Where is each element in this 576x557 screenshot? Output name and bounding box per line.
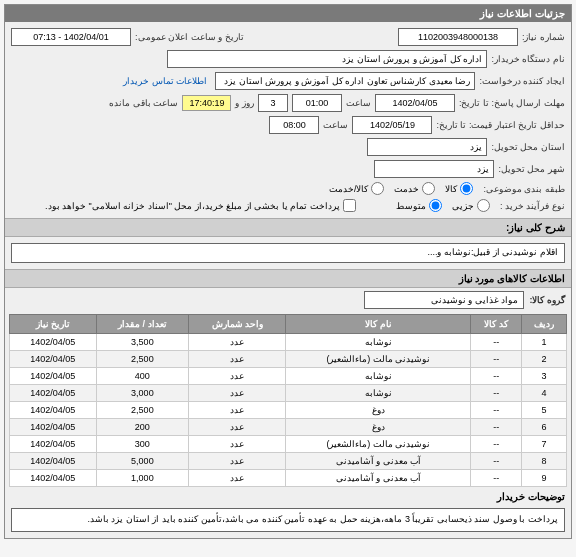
table-row: 1--نوشابهعدد3,5001402/04/05 <box>10 334 567 351</box>
opt-jozi: جزیی <box>452 201 474 211</box>
col-header: کد کالا <box>471 315 522 334</box>
table-cell: 2,500 <box>96 351 188 368</box>
table-row: 8--آب معدنی و آشامیدنیعدد5,0001402/04/05 <box>10 453 567 470</box>
col-header: نام کالا <box>286 315 471 334</box>
table-cell: عدد <box>189 436 286 453</box>
col-header: تاریخ نیاز <box>10 315 97 334</box>
table-cell: 2 <box>522 351 567 368</box>
table-cell: 1402/04/05 <box>10 419 97 436</box>
table-cell: نوشابه <box>286 385 471 402</box>
table-cell: عدد <box>189 453 286 470</box>
deadline-label: مهلت ارسال پاسخ: تا تاریخ: <box>459 98 565 108</box>
radio-both[interactable] <box>371 182 384 195</box>
radio-jozi[interactable] <box>477 199 490 212</box>
table-cell: -- <box>471 402 522 419</box>
radio-khadamat[interactable] <box>422 182 435 195</box>
opt-kala: کالا <box>445 184 457 194</box>
table-cell: 200 <box>96 419 188 436</box>
table-cell: 8 <box>522 453 567 470</box>
deadline-time-input[interactable] <box>292 94 342 112</box>
need-no-label: شماره نیاز: <box>522 32 565 42</box>
table-cell: آب معدنی و آشامیدنی <box>286 453 471 470</box>
need-no-input[interactable] <box>398 28 518 46</box>
table-cell: -- <box>471 334 522 351</box>
table-cell: 6 <box>522 419 567 436</box>
table-cell: 3,000 <box>96 385 188 402</box>
table-cell: عدد <box>189 385 286 402</box>
table-cell: عدد <box>189 419 286 436</box>
loc-input[interactable] <box>367 138 487 156</box>
table-cell: 1402/04/05 <box>10 470 97 487</box>
table-cell: -- <box>471 351 522 368</box>
table-row: 9--آب معدنی و آشامیدنیعدد1,0001402/04/05 <box>10 470 567 487</box>
table-row: 3--نوشابهعدد4001402/04/05 <box>10 368 567 385</box>
deadline-date-input[interactable] <box>375 94 455 112</box>
creator-label: ایجاد کننده درخواست: <box>479 76 565 86</box>
contact-link[interactable]: اطلاعات تماس خریدار <box>119 76 211 86</box>
table-cell: 5 <box>522 402 567 419</box>
table-cell: نوشیدنی مالت (ماءالشعیر) <box>286 436 471 453</box>
table-cell: 1402/04/05 <box>10 402 97 419</box>
days-left-input[interactable] <box>258 94 288 112</box>
group-label: گروه کالا: <box>530 295 566 305</box>
table-cell: 1402/04/05 <box>10 385 97 402</box>
table-cell: عدد <box>189 368 286 385</box>
table-cell: -- <box>471 368 522 385</box>
treasury-checkbox[interactable] <box>343 199 356 212</box>
opt-both: کالا/خدمت <box>329 184 369 194</box>
min-valid-time-input[interactable] <box>269 116 319 134</box>
table-cell: -- <box>471 385 522 402</box>
panel-title: جزئیات اطلاعات نیاز <box>5 5 571 22</box>
desc-title: شرح کلی نیاز: <box>5 218 571 237</box>
announce-label: تاریخ و ساعت اعلان عمومی: <box>135 32 244 42</box>
table-cell: 2,500 <box>96 402 188 419</box>
radio-kala[interactable] <box>460 182 473 195</box>
desc-box: اقلام نوشیدنی از قبیل:نوشابه و.... <box>11 243 565 263</box>
table-cell: 1402/04/05 <box>10 334 97 351</box>
items-table: ردیفکد کالانام کالاواحد شمارشتعداد / مقد… <box>9 314 567 487</box>
table-cell: نوشابه <box>286 334 471 351</box>
table-cell: -- <box>471 436 522 453</box>
table-cell: 9 <box>522 470 567 487</box>
table-cell: 1,000 <box>96 470 188 487</box>
table-row: 7--نوشیدنی مالت (ماءالشعیر)عدد3001402/04… <box>10 436 567 453</box>
table-cell: 7 <box>522 436 567 453</box>
table-cell: عدد <box>189 334 286 351</box>
class-label: طبقه بندی موضوعی: <box>483 184 565 194</box>
table-cell: آب معدنی و آشامیدنی <box>286 470 471 487</box>
radio-motavaset[interactable] <box>429 199 442 212</box>
col-header: واحد شمارش <box>189 315 286 334</box>
min-valid-date-input[interactable] <box>352 116 432 134</box>
table-cell: دوغ <box>286 402 471 419</box>
group-input[interactable] <box>364 291 524 309</box>
table-cell: 4 <box>522 385 567 402</box>
table-cell: 3,500 <box>96 334 188 351</box>
table-cell: 1402/04/05 <box>10 368 97 385</box>
creator-input[interactable] <box>215 72 475 90</box>
table-cell: 1402/04/05 <box>10 436 97 453</box>
saat-label-2: ساعت <box>323 120 348 130</box>
info-title: اطلاعات کالاهای مورد نیاز <box>5 269 571 288</box>
table-cell: 400 <box>96 368 188 385</box>
note-title: توضیحات خریدار <box>5 487 571 504</box>
table-cell: دوغ <box>286 419 471 436</box>
buyer-label: نام دستگاه خریدار: <box>491 54 565 64</box>
buy-type-label: نوع فرآیند خرید : <box>500 201 565 211</box>
table-cell: -- <box>471 470 522 487</box>
table-row: 5--دوغعدد2,5001402/04/05 <box>10 402 567 419</box>
table-row: 6--دوغعدد2001402/04/05 <box>10 419 567 436</box>
saat-label-1: ساعت <box>346 98 371 108</box>
min-valid-label: حداقل تاریخ اعتبار قیمت: تا تاریخ: <box>436 120 565 130</box>
table-cell: 5,000 <box>96 453 188 470</box>
city-label: شهر محل تحویل: <box>498 164 565 174</box>
table-cell: 3 <box>522 368 567 385</box>
table-cell: نوشیدنی مالت (ماءالشعیر) <box>286 351 471 368</box>
time-remaining: 17:40:19 <box>182 95 231 111</box>
city-input[interactable] <box>374 160 494 178</box>
buyer-input[interactable] <box>167 50 487 68</box>
col-header: ردیف <box>522 315 567 334</box>
table-cell: 1 <box>522 334 567 351</box>
loc-label: استان محل تحویل: <box>491 142 565 152</box>
table-cell: -- <box>471 453 522 470</box>
announce-input[interactable] <box>11 28 131 46</box>
